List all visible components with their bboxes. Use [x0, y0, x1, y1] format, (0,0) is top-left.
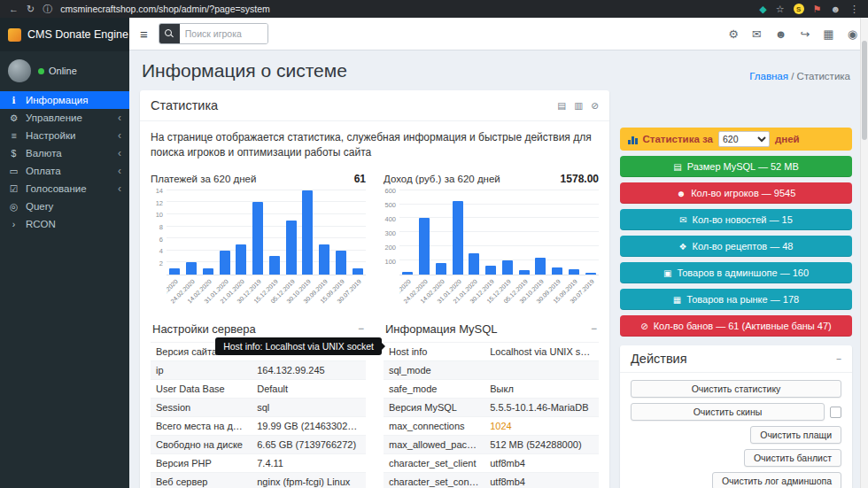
- sidebar-item[interactable]: ≡Настройки‹: [0, 127, 129, 144]
- breadcrumb-separator: /: [791, 71, 794, 81]
- row-value: 1024: [484, 416, 599, 435]
- table-title: Информация MySQL: [385, 322, 498, 336]
- brand[interactable]: CMS Donate Engine: [0, 18, 129, 51]
- action-row: Очистить банлист: [631, 449, 841, 467]
- row-value: 164.132.99.245: [252, 360, 366, 379]
- back-icon[interactable]: ←: [9, 0, 19, 18]
- player-search: [159, 23, 268, 44]
- star-icon[interactable]: ☆: [776, 0, 785, 18]
- action-rows: Очистить статистикуОчистить скиныОчистит…: [620, 373, 852, 488]
- menu-dots-icon[interactable]: ⋮: [849, 0, 859, 18]
- chart-bar: [319, 244, 329, 275]
- ban-icon[interactable]: ⊘: [591, 100, 599, 111]
- bookmark-icon[interactable]: ⚑: [813, 0, 822, 18]
- sidebar-item-label: Информация: [26, 95, 88, 105]
- url-bar[interactable]: cmsminecraftshop.com/shop/admin/?page=sy…: [60, 4, 270, 14]
- collapse-minus-icon[interactable]: −: [591, 322, 597, 335]
- stat-button[interactable]: ▣Товаров в админшопе — 160: [620, 262, 852, 283]
- stat-button[interactable]: ▦Товаров на рынке — 178: [620, 289, 852, 310]
- actions-card-header: Действия −: [620, 345, 852, 373]
- profile-icon[interactable]: ☻: [830, 0, 841, 18]
- x-axis-labels: 04.03.202024.02.202014.02.202031.01.2020…: [167, 275, 366, 311]
- page-title: Информация о системе: [142, 60, 347, 81]
- sidebar-item[interactable]: ⚙Управление‹: [0, 109, 129, 127]
- stat-button[interactable]: ✉Кол-во новостей — 15: [620, 209, 852, 230]
- search-input[interactable]: [180, 24, 267, 43]
- tables-row: Настройки сервера − Версия сайтаip164.13…: [151, 320, 599, 488]
- vertical-scrollbar[interactable]: [860, 18, 868, 488]
- chart-bar: [203, 268, 213, 275]
- user-icon[interactable]: ☻: [775, 27, 787, 41]
- stat-button[interactable]: ☻Кол-во игроков — 9545: [620, 182, 852, 204]
- scrollbar-thumb[interactable]: [862, 41, 867, 140]
- refresh-icon[interactable]: ↻: [27, 0, 35, 18]
- user-panel[interactable]: Online: [0, 51, 129, 89]
- bar-chart-icon[interactable]: ▤: [557, 100, 566, 111]
- chevron-left-icon: ‹: [118, 166, 121, 176]
- sidebar-item[interactable]: ▭Оплата‹: [0, 162, 129, 180]
- breadcrumb-home-link[interactable]: Главная: [749, 71, 788, 81]
- y-tick-label: 6: [159, 235, 163, 243]
- action-button[interactable]: Очистить лог админшопа: [712, 472, 841, 488]
- hamburger-icon[interactable]: ≡: [140, 27, 148, 42]
- site-info-icon[interactable]: ⓘ: [43, 0, 52, 18]
- stat-button-label: Кол-во банов — 61 (Активные баны 47): [654, 321, 832, 331]
- stat-button-label: Кол-во новостей — 15: [693, 214, 793, 225]
- stat-button[interactable]: ❖Кол-во рецептов — 48: [620, 236, 852, 257]
- search-button[interactable]: [159, 24, 180, 43]
- period-select[interactable]: 620: [718, 131, 770, 147]
- news-icon: ✉: [679, 215, 686, 225]
- y-tick-label: 200: [384, 243, 396, 251]
- sidebar-item[interactable]: ◎Query: [0, 198, 129, 215]
- row-value: Localhost via UNIX socket: [484, 342, 599, 360]
- logout-icon[interactable]: ↪: [800, 27, 810, 41]
- action-button[interactable]: Очистить скины: [631, 403, 825, 421]
- y-tick-label: 2: [159, 259, 163, 267]
- sidebar-item[interactable]: $Валюта‹: [0, 144, 129, 162]
- stat-button[interactable]: ⊘Кол-во банов — 61 (Активные баны 47): [620, 315, 852, 337]
- row-label: Session: [151, 398, 252, 416]
- info-icon: ℹ: [8, 95, 19, 105]
- actions-card-title: Действия: [631, 352, 687, 366]
- chart-bar: [286, 221, 297, 275]
- row-label: character_set_client: [384, 453, 484, 472]
- breadcrumb-current: Статистика: [797, 71, 850, 81]
- vote-icon: ☑: [8, 183, 19, 194]
- sidebar-menu: ℹИнформация⚙Управление‹≡Настройки‹$Валют…: [0, 91, 129, 233]
- clear-skins-checkbox[interactable]: [830, 407, 841, 418]
- row-value: 19.99 GB (21463302144): [252, 416, 366, 435]
- sidebar-item[interactable]: ℹИнформация: [0, 91, 129, 109]
- card-tools: ▤ ▥ ⊘: [557, 100, 599, 111]
- table-row: Всего места на диске19.99 GB (2146330214…: [151, 416, 366, 435]
- chart-total: 61: [354, 173, 366, 185]
- card-tools: −: [836, 353, 841, 364]
- chart-total: 1578.00: [561, 173, 599, 185]
- action-button[interactable]: Очистить статистику: [631, 380, 841, 398]
- extension-icon[interactable]: ◆: [759, 0, 766, 18]
- plot-wrap: 100200300400500600: [384, 190, 599, 275]
- settings-icon[interactable]: ⚙: [728, 27, 739, 41]
- host-info-tooltip: Host info: Localhost via UNIX socket: [215, 337, 382, 355]
- chat-icon[interactable]: ✉: [752, 27, 762, 41]
- mysql-info-table: Информация MySQL − Host infoLocalhost vi…: [384, 320, 599, 488]
- table-row: Host infoLocalhost via UNIX socket: [384, 342, 599, 360]
- period-suffix: дней: [775, 134, 800, 144]
- action-button[interactable]: Очистить плащи: [750, 426, 841, 444]
- collapse-minus-icon[interactable]: −: [836, 353, 841, 364]
- sidebar-item[interactable]: ☑Голосование‹: [0, 180, 129, 198]
- action-button[interactable]: Очистить банлист: [744, 449, 841, 467]
- pie-chart-icon[interactable]: ▥: [574, 100, 583, 111]
- grid-icon[interactable]: ▦: [823, 27, 833, 41]
- table-title: Настройки сервера: [152, 322, 256, 336]
- chart-bar: [485, 266, 496, 275]
- sidebar-item[interactable]: ›RCON: [0, 215, 129, 233]
- chevron-left-icon: ‹: [118, 148, 121, 159]
- s-extension-badge[interactable]: S: [794, 4, 804, 14]
- stat-button[interactable]: ▤Размер MySQL — 52 MB: [620, 156, 852, 177]
- sidebar-item-label: Query: [26, 201, 53, 212]
- sidebar-item-label: Оплата: [26, 166, 61, 176]
- globe-icon[interactable]: ◉: [848, 27, 857, 41]
- browser-actions: ◆ ☆ S ⚑ ☻ ⋮: [759, 0, 859, 18]
- collapse-minus-icon[interactable]: −: [358, 322, 364, 335]
- row-label: max_allowed_packet: [384, 435, 484, 453]
